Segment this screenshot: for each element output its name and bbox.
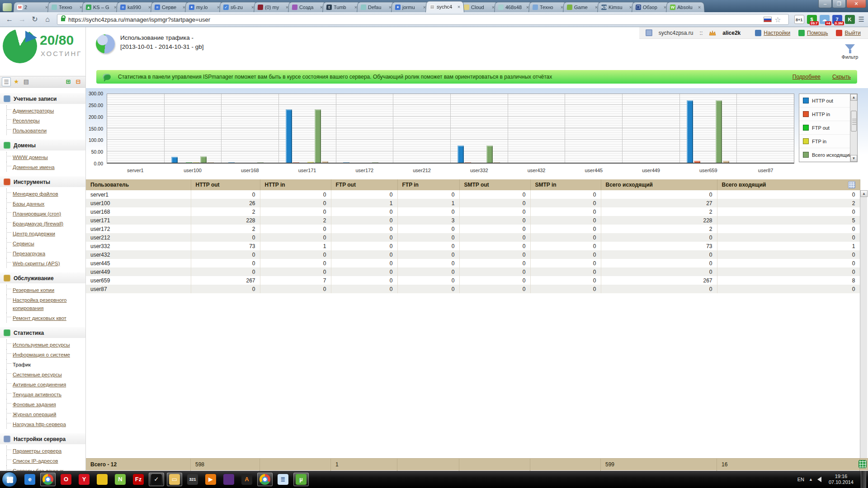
expand-all-icon[interactable]: ⊞ (64, 77, 73, 86)
taskbar-icon-aimp[interactable]: A (239, 473, 255, 486)
sidebar-item[interactable]: WWW домены (6, 152, 85, 162)
address-bar[interactable]: https://sychc4zpsa.ru/manager/ispmgr?sta… (57, 14, 789, 25)
browser-menu-icon[interactable]: ☰ (859, 15, 864, 23)
reload-button[interactable]: ↻ (29, 14, 41, 25)
browser-tab[interactable]: KSKimsu× (597, 2, 636, 12)
browser-tab[interactable]: ≡ka990× (116, 2, 155, 12)
browser-tab[interactable]: WAbsolu× (666, 2, 705, 12)
tab-close-icon[interactable]: × (697, 5, 703, 10)
browser-tab[interactable]: ▲KS – G× (82, 2, 121, 12)
url-text[interactable]: https://sychc4zpsa.ru/manager/ispmgr?sta… (68, 16, 210, 23)
maximize-button[interactable]: ❐ (832, 0, 846, 8)
taskbar-icon-orange-player[interactable]: ▶ (203, 473, 218, 486)
sidebar-item[interactable]: Сервисы (6, 238, 85, 248)
taskbar-icon-checkmark-app[interactable]: ✓ (149, 473, 164, 486)
start-button[interactable] (2, 472, 17, 487)
sidebar-item[interactable]: Список IP-адресов (6, 455, 85, 465)
taskbar-icon-explorer[interactable]: ▭ (167, 473, 182, 486)
table-column-header[interactable]: Всего исходящий (601, 179, 717, 190)
browser-tab[interactable]: Defau× (357, 2, 396, 12)
table-column-header[interactable]: Пользователь (86, 179, 191, 190)
table-row[interactable]: user16820000020 (86, 207, 860, 216)
taskbar-icon-ie[interactable]: e (22, 473, 38, 486)
speaker-icon[interactable] (817, 477, 821, 482)
table-row[interactable]: user17220000020 (86, 225, 860, 233)
bookmark-star-icon[interactable]: ☆ (774, 15, 781, 24)
top-link-настройки[interactable]: Настройки (755, 30, 790, 36)
tray-expand-icon[interactable]: ▲ (809, 477, 813, 482)
table-column-header[interactable]: HTTP in (260, 179, 331, 190)
table-scroll-up-icon[interactable]: ▲ (860, 190, 868, 197)
legend-scrollbar[interactable]: ▲ ▼ (850, 94, 857, 162)
sidebar-section-header[interactable]: Инструменты (0, 176, 85, 187)
sidebar-item[interactable]: Базы данных (6, 198, 85, 208)
sidebar-item[interactable]: Параметры сервера (6, 446, 85, 455)
table-column-header[interactable]: HTTP out (191, 179, 260, 190)
table-row[interactable]: user21200000000 (86, 233, 860, 242)
forward-button[interactable]: → (16, 14, 28, 25)
extension-icon[interactable]: 8+1 (794, 15, 804, 24)
browser-tab[interactable]: ✦my.lo× (185, 2, 224, 12)
sidebar-section-header[interactable]: Статистика (0, 327, 85, 338)
taskbar-icon-opera[interactable]: O (58, 473, 74, 486)
sidebar-section-header[interactable]: Обслуживание (0, 272, 85, 283)
sidebar-item[interactable]: Активные соединения (6, 379, 85, 389)
browser-tab[interactable]: Техно× (528, 2, 567, 12)
sidebar-item[interactable]: Ремонт дисковых квот (6, 313, 85, 323)
extension-icon[interactable]: 70.3M (832, 15, 842, 24)
table-row[interactable]: server100000000 (86, 190, 860, 199)
browser-tab[interactable]: Game× (563, 2, 602, 12)
collapse-all-icon[interactable]: ⊟ (74, 77, 83, 86)
sidebar-item[interactable]: Перезагрузка (6, 248, 85, 258)
sidebar-item[interactable]: Информация о системе (6, 349, 85, 359)
extension-icon[interactable]: K (845, 15, 855, 24)
table-scrollbar[interactable]: ▲ (860, 190, 867, 458)
taskbar-icon-notes-app[interactable]: ≣ (275, 473, 291, 486)
menu-list-icon[interactable]: ☰ (2, 77, 11, 86)
back-button[interactable]: ← (4, 14, 15, 25)
tab-close-icon[interactable]: × (456, 4, 462, 9)
translate-flag-icon[interactable] (764, 17, 772, 22)
table-column-header[interactable]: FTP in (397, 179, 459, 190)
banner-more-link[interactable]: Подробнее (793, 74, 821, 80)
taskbar-icon-notepad-plus[interactable]: N (113, 473, 128, 486)
browser-tab[interactable]: ≡Серве× (151, 2, 189, 12)
sidebar-item[interactable]: Настройка резервного копирования (6, 295, 85, 313)
browser-tab[interactable]: ▤sychc4× (425, 1, 464, 12)
home-button[interactable]: ⌂ (42, 14, 53, 25)
briefcase-icon[interactable]: ▤ (22, 77, 31, 86)
sidebar-item[interactable]: Брандмауэр (firewall) (6, 218, 85, 228)
top-link-помощь[interactable]: Помощь (798, 30, 828, 36)
table-column-header[interactable]: Всего входящий (717, 179, 860, 190)
sidebar-item[interactable]: Нагрузка http-сервера (6, 419, 85, 429)
table-row[interactable]: user3327310000731 (86, 242, 860, 250)
filter-button[interactable]: Фильтр (838, 44, 862, 60)
taskbar-clock[interactable]: 19:16 07.10.2014 (826, 474, 856, 485)
close-button[interactable]: ✕ (846, 0, 866, 8)
sidebar-item[interactable]: Реселлеры (6, 115, 85, 125)
sidebar-item[interactable]: Резервные копии (6, 285, 85, 295)
sidebar-section-header[interactable]: Домены (0, 140, 85, 150)
browser-tab[interactable]: Cloud× (460, 2, 499, 12)
browser-tab[interactable]: tTumb× (322, 2, 361, 12)
table-column-header[interactable]: FTP out (331, 179, 397, 190)
table-row[interactable]: user8700000000 (86, 285, 860, 293)
taskbar-icon-utorrent[interactable]: µ (293, 473, 309, 486)
minimize-button[interactable]: – (818, 0, 832, 8)
taskbar-icon-filezilla[interactable]: Fz (131, 473, 146, 486)
sidebar-item[interactable]: Используемые ресурсы (6, 339, 85, 349)
taskbar-icon-yellow-app[interactable] (94, 473, 110, 486)
sidebar-item[interactable]: Центр поддержки (6, 228, 85, 238)
browser-tab[interactable]: ✓s6-zu× (219, 2, 258, 12)
sidebar-section-header[interactable]: Настройки сервера (0, 433, 85, 444)
sidebar-item[interactable]: Серверы баз данных (6, 465, 85, 471)
table-row[interactable]: user43200000000 (86, 250, 860, 259)
sidebar-item[interactable]: Трафик (6, 359, 85, 369)
taskbar-icon-purple-app[interactable] (221, 473, 236, 486)
browser-tab[interactable]: Созда× (288, 2, 327, 12)
table-column-header[interactable]: SMTP out (459, 179, 530, 190)
taskbar-icon-media-player-classic[interactable]: 321 (185, 473, 200, 486)
sidebar-item[interactable]: Пользователи (6, 125, 85, 135)
table-row[interactable]: user44500000000 (86, 259, 860, 267)
sidebar-section-header[interactable]: Учетные записи (0, 93, 85, 104)
